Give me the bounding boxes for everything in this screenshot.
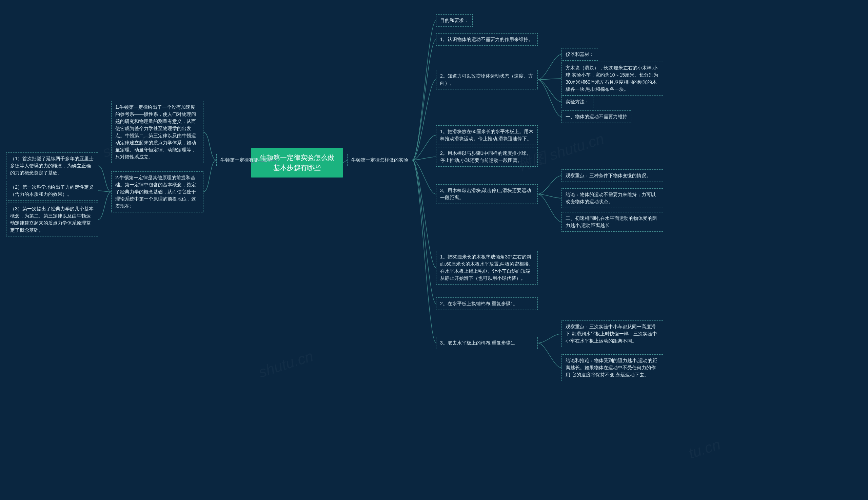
- right-b3-observe: 观察重点：三次实验中小车都从同一高度滑下,刚滑到水平板上时快慢一样；三次实验中小…: [561, 320, 663, 347]
- left-sub-3: （3）第一次提出了经典力学的几个基本概念，为第二、第三定律以及由牛顿运动定律建立…: [6, 203, 98, 237]
- right-a3-conclusion: 结论：物体的运动不需要力来维持；力可以改变物体的运动状态。: [561, 188, 663, 208]
- right-step-a2: 2。用木棒以与步骤1中同样的速度推小球。停止推动,小球还要向前运动一段距离。: [436, 147, 538, 167]
- right-purpose-1: 1。认识物体的运动不需要力的作用来维持。: [436, 33, 538, 46]
- right-method-1-title: 一、物体的运动不需要力维持: [561, 111, 631, 123]
- right-b3-conclusion: 结论和推论：物体受到的阻力越小,运动的距离越长。如果物体在运动中不受任何力的作用…: [561, 354, 663, 381]
- right-purpose-label: 目的和要求：: [436, 14, 472, 27]
- right-a3-observe: 观察重点：三种条件下物体变慢的情况。: [561, 169, 663, 182]
- left-sub-1: （1）首次批驳了延续两千多年的亚里士多德等人错误的力的概念，为确立正确的力的概念…: [6, 152, 98, 179]
- connectors: [0, 0, 868, 500]
- right-step-a1: 1。把滑块放在60厘米长的水平木板上。用木棒推动滑块运动。停止推动,滑块迅速停下…: [436, 125, 538, 145]
- right-instruments-label: 仪器和器材：: [561, 48, 598, 61]
- right-step-b1: 1。把30厘米长的木板垫成倾角30°左右的斜面,60厘米长的木板水平放置,两板紧…: [436, 251, 538, 285]
- mindmap: shutu.cn树图 shutu.cnshutu.cntu.cn牛顿第一定律实验…: [0, 0, 868, 500]
- right-purpose-2: 2。知道力可以改变物体运动状态（速度、方向）。: [436, 70, 538, 89]
- right-step-a3: 3。用木棒敲击滑块,敲击停止,滑块还要运动一段距离。: [436, 184, 538, 204]
- right-branch-label: 牛顿第一定律怎样做的实验: [347, 154, 412, 166]
- right-step-b2: 2。在水平板上换铺棉布,重复步骤1。: [436, 297, 538, 310]
- left-sub-2: （2）第一次科学地给出了力的定性定义（含力的本质和力的效果）。: [6, 181, 98, 201]
- right-step-b3: 3。取去水平板上的棉布,重复步骤1。: [436, 337, 538, 349]
- left-node-2: 2.牛顿第一定律是其他原理的前提和基础。第一定律中包含的基本概念，奠定了经典力学…: [111, 171, 203, 213]
- left-branch-label: 牛顿第一定律有哪些影响: [216, 154, 277, 166]
- right-method-label: 实验方法：: [561, 95, 593, 108]
- left-node-1: 1.牛顿第一定律给出了一个没有加速度的参考系——惯性系，使人们对物理问题的研究和…: [111, 101, 203, 163]
- watermark: shutu.cn: [256, 348, 315, 381]
- right-instruments-list: 方木块（滑块），长20厘米左右的小木棒,小球,实验小车，宽约为10～15厘米、长…: [561, 62, 663, 95]
- watermark: tu.cn: [687, 436, 723, 462]
- right-section-b-title: 二、初速相同时,在水平面运动的物体受的阻力越小,运动距离越长: [561, 212, 663, 232]
